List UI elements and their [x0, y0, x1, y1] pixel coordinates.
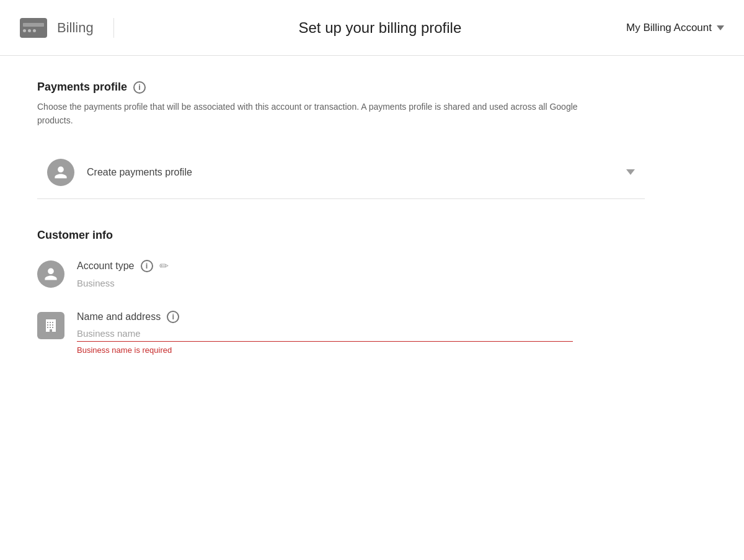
account-type-header: Account type i ✏: [77, 259, 645, 273]
create-payments-profile-row[interactable]: Create payments profile: [37, 146, 645, 199]
name-address-header: Name and address i: [77, 311, 645, 323]
business-name-error: Business name is required: [77, 345, 645, 355]
account-type-info-icon[interactable]: i: [141, 260, 153, 272]
account-selector[interactable]: My Billing Account: [626, 22, 724, 34]
create-profile-avatar-icon: [47, 159, 74, 186]
business-name-underline: [77, 341, 573, 342]
page-title: Set up your billing profile: [114, 19, 626, 37]
business-name-input-area: Business name Business name is required: [77, 328, 645, 355]
account-name: My Billing Account: [626, 22, 712, 34]
account-type-avatar-icon: [37, 260, 64, 288]
payments-profile-title-row: Payments profile i: [37, 81, 645, 94]
customer-info-section: Customer info Account type i ✏ Business: [37, 229, 645, 355]
payments-profile-section: Payments profile i Choose the payments p…: [37, 81, 645, 199]
payments-profile-description: Choose the payments profile that will be…: [37, 100, 608, 128]
account-type-row: Account type i ✏ Business: [37, 259, 645, 288]
brand-area: Billing: [20, 18, 114, 38]
name-and-address-row: Name and address i Business name Busines…: [37, 311, 645, 355]
business-name-placeholder: Business name: [77, 328, 645, 339]
account-type-value: Business: [77, 278, 645, 288]
name-address-label: Name and address: [77, 311, 161, 322]
payments-profile-info-icon[interactable]: i: [133, 81, 146, 94]
name-address-building-icon: [37, 312, 64, 339]
name-address-content: Name and address i Business name Busines…: [77, 311, 645, 355]
main-content: Payments profile i Choose the payments p…: [0, 56, 682, 402]
name-address-info-icon[interactable]: i: [167, 311, 179, 323]
header: Billing Set up your billing profile My B…: [0, 0, 744, 56]
brand-label: Billing: [57, 20, 94, 36]
account-dropdown-chevron: [717, 25, 724, 30]
account-type-content: Account type i ✏ Business: [77, 259, 645, 288]
credit-card-icon: [20, 18, 47, 38]
create-profile-chevron-icon: [626, 169, 635, 175]
account-type-edit-icon[interactable]: ✏: [159, 259, 169, 273]
customer-info-title: Customer info: [37, 229, 645, 242]
payments-profile-title: Payments profile: [37, 81, 127, 94]
create-payments-profile-label: Create payments profile: [87, 167, 626, 178]
account-type-label: Account type: [77, 260, 135, 272]
